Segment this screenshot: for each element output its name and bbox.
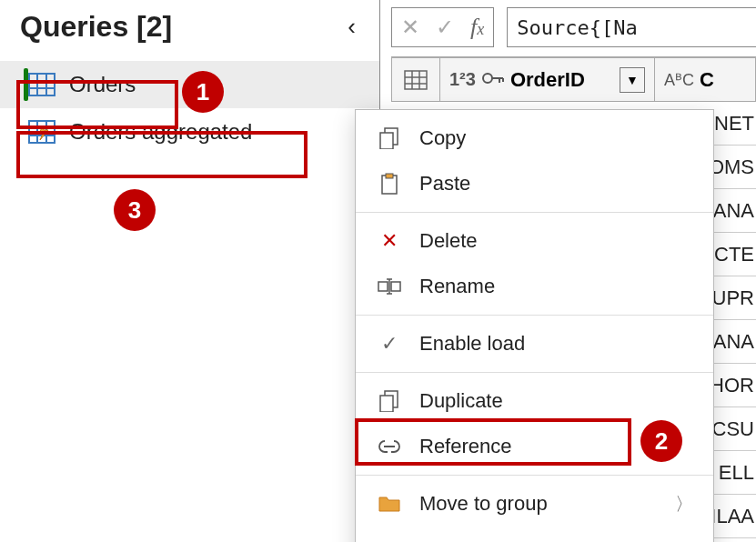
annotation-badge-3: 3 [114, 189, 156, 231]
table-lightning-icon [25, 120, 58, 144]
menu-label: Enable load [419, 332, 525, 356]
menu-label: Delete [419, 229, 478, 253]
menu-label: Duplicate [419, 389, 503, 413]
fx-icon[interactable]: fx [470, 14, 484, 41]
menu-divider [356, 475, 713, 476]
fx-controls: ✕ ✓ fx [391, 7, 494, 47]
menu-label: Move up [419, 537, 496, 542]
commit-icon[interactable]: ✓ [436, 15, 454, 40]
menu-move-up[interactable]: ︿ Move up [356, 527, 713, 542]
formula-input[interactable] [507, 7, 756, 47]
chevron-up-icon: ︿ [376, 537, 403, 543]
formula-bar: ✕ ✓ fx [380, 0, 756, 56]
query-label: Orders aggregated [69, 119, 252, 145]
collapse-pane-icon[interactable]: ‹ [340, 9, 363, 45]
svg-rect-24 [391, 282, 400, 291]
select-all-table-icon[interactable] [391, 57, 440, 102]
chevron-right-icon: 〉 [675, 492, 693, 517]
menu-duplicate[interactable]: Duplicate [356, 378, 713, 424]
table-icon [25, 73, 58, 96]
menu-label: Move to group [419, 492, 548, 516]
folder-icon [376, 495, 403, 513]
menu-enable-load[interactable]: ✓ Enable load [356, 321, 713, 366]
menu-rename[interactable]: Rename [356, 264, 713, 309]
paste-icon [376, 173, 403, 195]
svg-point-15 [483, 74, 492, 83]
svg-rect-22 [386, 174, 393, 178]
menu-delete[interactable]: ✕ Delete [356, 218, 713, 264]
annotation-badge-1: 1 [182, 71, 224, 113]
svg-rect-29 [380, 396, 393, 412]
datatype-number-icon: 1²3 [449, 69, 476, 90]
copy-icon [376, 127, 403, 149]
queries-title: Queries [2] [20, 10, 172, 44]
key-icon [481, 69, 505, 91]
datatype-text-icon: AᴮC [664, 70, 694, 90]
query-item-orders-aggregated[interactable]: Orders aggregated [0, 108, 379, 156]
svg-rect-0 [29, 74, 55, 95]
duplicate-icon [376, 390, 403, 412]
queries-header: Queries [2] ‹ [0, 0, 379, 61]
menu-label: Rename [419, 275, 495, 298]
column-header-customer[interactable]: AᴮC C [655, 57, 756, 102]
menu-label: Copy [419, 126, 466, 150]
column-header-orderid[interactable]: 1²3 OrderID ▼ [440, 57, 655, 102]
svg-rect-23 [378, 282, 388, 291]
menu-copy[interactable]: Copy [356, 115, 713, 161]
menu-divider [356, 315, 713, 316]
menu-move-to-group[interactable]: Move to group 〉 [356, 481, 713, 527]
svg-rect-10 [405, 71, 427, 89]
link-icon [376, 439, 403, 454]
context-menu: Copy Paste ✕ Delete Rename ✓ Enable load… [355, 109, 714, 542]
svg-rect-20 [380, 133, 393, 149]
column-label-partial: C [700, 68, 714, 92]
menu-label: Paste [419, 172, 470, 196]
menu-divider [356, 372, 713, 373]
column-headers: 1²3 OrderID ▼ AᴮC C [391, 56, 756, 102]
query-label: Orders [69, 72, 136, 97]
check-icon: ✓ [376, 332, 403, 356]
menu-paste[interactable]: Paste [356, 161, 713, 206]
cancel-icon[interactable]: ✕ [401, 15, 419, 40]
delete-icon: ✕ [376, 229, 403, 253]
menu-divider [356, 212, 713, 213]
annotation-badge-2: 2 [640, 420, 682, 462]
column-filter-dropdown[interactable]: ▼ [620, 67, 645, 93]
column-label: OrderID [510, 68, 585, 92]
menu-label: Reference [419, 435, 512, 458]
rename-icon [376, 277, 403, 296]
